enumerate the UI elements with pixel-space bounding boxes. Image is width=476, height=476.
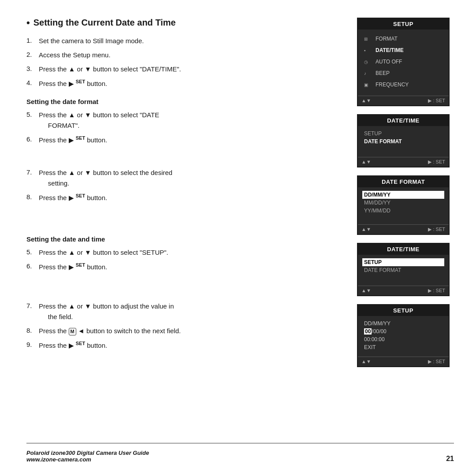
bell-icon: ♪ <box>364 71 371 76</box>
setup-entry-body: DD/MM/YY 00/00/00 00:00:00 EXIT <box>358 316 449 355</box>
datetime-panel2-footer: ▲▼ ▶ : SET <box>358 286 449 295</box>
spacer4 <box>26 281 339 294</box>
setup-entry-panel: SETUP DD/MM/YY 00/00/00 00:00:00 EXIT ▲▼… <box>357 304 450 367</box>
menu-item-autooff: ◷ AUTO OFF <box>362 56 444 67</box>
footer-set2: ▶ : SET <box>428 159 445 165</box>
footer-nav3: ▲▼ <box>361 227 371 232</box>
date-time-section: Setting the date and time 5. Press the ▲… <box>26 235 339 272</box>
ddmmyy-option: DD/MM/YY <box>362 191 444 199</box>
menu-item-beep: ♪ BEEP <box>362 67 444 79</box>
footer-nav5: ▲▼ <box>361 359 371 364</box>
dd-mm-yy-label: DD/MM/YY <box>362 320 444 327</box>
steps-5-6-list2: 5. Press the ▲ or ▼ button to select "SE… <box>26 247 339 272</box>
cursor-00: 00 <box>364 328 372 335</box>
dateformat-panel-body: DD/MM/YY MM/DD/YY YY/MM/DD <box>358 187 449 223</box>
spacer5 <box>26 294 339 301</box>
setup-option: SETUP <box>362 258 444 266</box>
setup-panel: SETUP ⊞ FORMAT ▪ DATE/TIME ◷ AUTO OFF <box>357 18 450 106</box>
footer-set4: ▶ : SET <box>428 288 445 294</box>
datetime-panel2-body: SETUP DATE FORMAT <box>358 255 449 284</box>
datetime-panel-footer: ▲▼ ▶ : SET <box>358 157 449 167</box>
menu-item-frequency: ▣ FREQUENCY <box>362 79 444 90</box>
dt-dateformat-label: DATE FORMAT <box>362 138 444 145</box>
page-footer: Polaroid izone300 Digital Camera User Gu… <box>26 443 454 463</box>
list-item: 7. Press the ▲ or ▼ button to adjust the… <box>26 301 339 322</box>
footer-nav4: ▲▼ <box>361 288 371 294</box>
dt-setup-label: SETUP <box>362 130 444 138</box>
setup-panel-body: ⊞ FORMAT ▪ DATE/TIME ◷ AUTO OFF ♪ BEEP <box>358 30 449 94</box>
list-item: 5. Press the ▲ or ▼ button to select "SE… <box>26 247 339 258</box>
steps-1-4-list: 1. Set the camera to Still Image mode. 2… <box>26 36 339 89</box>
yymmdd-option: YY/MM/DD <box>362 207 444 215</box>
cal-icon: ▪ <box>364 48 371 53</box>
dateformat-panel-header: DATE FORMAT <box>358 176 449 187</box>
footer-page-number: 21 <box>446 455 454 463</box>
setup-panel-header: SETUP <box>358 19 449 30</box>
datetime-panel-body: SETUP DATE FORMAT <box>358 126 449 155</box>
list-item: 7. Press the ▲ or ▼ button to select the… <box>26 167 339 189</box>
datetime-panel-header: DATE/TIME <box>358 115 449 126</box>
footer-nav: ▲▼ <box>361 98 371 104</box>
date-value: 00/00/00 <box>362 327 444 335</box>
steps-7-8-list: 7. Press the ▲ or ▼ button to select the… <box>26 167 339 203</box>
main-heading: • Setting the Current Date and Time <box>26 18 339 28</box>
datetime-label: DATE/TIME <box>374 45 405 55</box>
bullet-icon: • <box>26 18 30 28</box>
list-item: 8. Press the M ◄ button to switch to the… <box>26 326 339 336</box>
clock-icon: ◷ <box>364 60 371 64</box>
date-time-heading: Setting the date and time <box>26 235 339 243</box>
footer-set: ▶ : SET <box>428 98 445 104</box>
setup-entry-footer: ▲▼ ▶ : SET <box>358 357 449 366</box>
steps-7-8-9-list: 7. Press the ▲ or ▼ button to adjust the… <box>26 301 339 351</box>
date-format-section: Setting the date format 5. Press the ▲ o… <box>26 98 339 145</box>
datetime-panel2: DATE/TIME SETUP DATE FORMAT ▲▼ ▶ : SET <box>357 243 450 296</box>
autooff-label: AUTO OFF <box>374 57 404 67</box>
steps-5-6-list: 5. Press the ▲ or ▼ button to select "DA… <box>26 110 339 145</box>
mmddyy-option: MM/DD/YY <box>362 199 444 207</box>
page: • Setting the Current Date and Time 1. S… <box>0 0 476 476</box>
format-label: FORMAT <box>374 34 399 44</box>
list-item: 2. Access the Setup menu. <box>26 50 339 60</box>
list-item: 6. Press the ▶ SET button. <box>26 261 339 272</box>
dateformat-panel: DATE FORMAT DD/MM/YY MM/DD/YY YY/MM/DD ▲… <box>357 175 450 235</box>
spacer3 <box>26 225 339 232</box>
footer-nav2: ▲▼ <box>361 159 371 165</box>
menu-icon: M <box>69 328 76 335</box>
dateformat-sub-label: DATE FORMAT <box>362 266 444 274</box>
exit-label: EXIT <box>362 343 444 351</box>
setup-icon: ▣ <box>364 82 371 87</box>
list-item: 5. Press the ▲ or ▼ button to select "DA… <box>26 110 339 131</box>
footer-url: www.izone-camera.com <box>26 456 149 463</box>
setup-entry-header: SETUP <box>358 305 449 316</box>
list-item: 9. Press the ▶ SET button. <box>26 340 339 351</box>
list-item: 6. Press the ▶ SET button. <box>26 134 339 145</box>
beep-label: BEEP <box>374 68 391 78</box>
spacer <box>26 154 339 167</box>
list-item: 4. Press the ▶ SET button. <box>26 78 339 89</box>
footer-left: Polaroid izone300 Digital Camera User Gu… <box>26 450 149 463</box>
menu-item-datetime: ▪ DATE/TIME <box>362 45 444 56</box>
frequency-label: FREQUENCY <box>374 80 410 89</box>
list-item: 1. Set the camera to Still Image mode. <box>26 36 339 46</box>
time-value: 00:00:00 <box>362 335 444 343</box>
page-title: Setting the Current Date and Time <box>33 18 176 28</box>
list-item: 8. Press the ▶ SET button. <box>26 192 339 203</box>
date-format-heading: Setting the date format <box>26 98 339 105</box>
footer-title: Polaroid izone300 Digital Camera User Gu… <box>26 450 149 456</box>
content-area: • Setting the Current Date and Time 1. S… <box>26 18 454 439</box>
footer-set5: ▶ : SET <box>428 359 445 364</box>
spacer2 <box>26 212 339 225</box>
grid-icon: ⊞ <box>364 37 371 41</box>
left-column: • Setting the Current Date and Time 1. S… <box>26 18 344 439</box>
list-item: 3. Press the ▲ or ▼ button to select "DA… <box>26 64 339 74</box>
dateformat-panel-footer: ▲▼ ▶ : SET <box>358 224 449 234</box>
datetime-panel2-header: DATE/TIME <box>358 244 449 255</box>
right-column: SETUP ⊞ FORMAT ▪ DATE/TIME ◷ AUTO OFF <box>357 18 454 439</box>
menu-item-format: ⊞ FORMAT <box>362 33 444 45</box>
footer-set3: ▶ : SET <box>428 227 445 232</box>
setup-panel-footer: ▲▼ ▶ : SET <box>358 96 449 105</box>
datetime-panel: DATE/TIME SETUP DATE FORMAT ▲▼ ▶ : SET <box>357 114 450 167</box>
